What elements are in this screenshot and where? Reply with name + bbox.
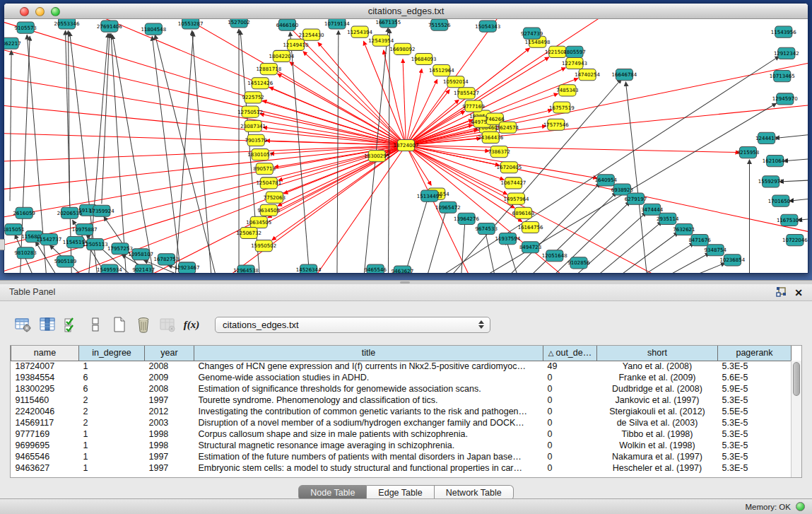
cell-short[interactable]: Jankovic et al. (1997): [597, 395, 718, 406]
cell-title[interactable]: Tourette syndrome. Phenomenology and cla…: [194, 395, 543, 406]
column-header-year[interactable]: year: [145, 346, 194, 361]
cell-pagerank[interactable]: 5.3E-5: [718, 428, 792, 440]
cell-year[interactable]: 2012: [145, 406, 194, 417]
cell-title[interactable]: Disruption of a novel member of a sodium…: [194, 417, 543, 428]
table-row[interactable]: 946362711997Embryonic stem cells: a mode…: [11, 462, 792, 474]
column-header-title[interactable]: title: [194, 346, 543, 361]
graph-node[interactable]: 21254430: [299, 29, 324, 40]
graph-node[interactable]: 16698092: [390, 43, 416, 54]
graph-node[interactable]: 1640954: [595, 175, 618, 186]
graph-node[interactable]: 15054343: [475, 21, 500, 32]
network-table-selector[interactable]: citations_edges.txt: [215, 317, 490, 333]
cell-name[interactable]: 18724007: [11, 361, 79, 372]
graph-node[interactable]: 12750512: [237, 106, 263, 117]
graph-node[interactable]: 10674427: [501, 177, 526, 189]
graph-node[interactable]: 23087341: [240, 120, 266, 132]
graph-node[interactable]: 1805597: [563, 46, 585, 57]
graph-node[interactable]: 17577546: [543, 119, 569, 130]
graph-node[interactable]: 16646784: [611, 69, 637, 81]
graph-node[interactable]: 8471676: [688, 235, 711, 246]
column-header-short[interactable]: short: [597, 346, 718, 361]
graph-node[interactable]: 9274739: [521, 28, 543, 39]
cell-name[interactable]: 9465546: [11, 451, 79, 462]
graph-node[interactable]: 12504781: [256, 177, 281, 189]
table-row[interactable]: 946554611997Estimation of the future num…: [11, 451, 792, 462]
graph-node[interactable]: 6279197: [625, 193, 647, 204]
cell-year[interactable]: 2009: [145, 372, 194, 383]
graph-node[interactable]: 9465546: [365, 264, 387, 273]
network-window-titlebar[interactable]: citations_edges.txt: [4, 4, 808, 19]
cell-title[interactable]: Estimation of the future numbers of pati…: [194, 451, 543, 462]
graph-node[interactable]: 10719134: [324, 19, 350, 29]
table-row[interactable]: 977716911998Corpus callosum shape and si…: [11, 428, 792, 440]
table-row[interactable]: 1830029562008Estimation of significance …: [11, 383, 792, 395]
cell-pagerank[interactable]: 5.3E-5: [718, 417, 792, 428]
graph-node[interactable]: 1527002: [228, 19, 249, 28]
graph-node[interactable]: 11254394: [347, 26, 372, 37]
cell-name[interactable]: 14569117: [11, 417, 79, 428]
graph-node[interactable]: 12051648: [542, 250, 567, 262]
graph-node[interactable]: 11804548: [141, 23, 166, 35]
cell-out_de[interactable]: 0: [543, 406, 597, 417]
graph-node[interactable]: 10236854: [719, 255, 745, 266]
cell-in_degree[interactable]: 1: [79, 440, 145, 451]
graph-node[interactable]: 3624574: [497, 122, 519, 133]
graph-node[interactable]: 10634505: [246, 216, 271, 228]
table-row[interactable]: 969969511998Structural magnetic resonanc…: [11, 440, 792, 451]
cell-in_degree[interactable]: 6: [79, 383, 145, 395]
cell-pagerank[interactable]: 5.3E-5: [718, 361, 792, 372]
network-canvas[interactable]: 2125443012149410180422041288171814512426…: [4, 19, 808, 273]
cell-short[interactable]: de Silva et al. (2003): [597, 417, 718, 428]
cell-short[interactable]: Hescheler et al. (1997): [597, 462, 718, 474]
graph-node[interactable]: 7903579: [245, 134, 267, 146]
graph-node[interactable]: 9777169: [462, 100, 484, 112]
cell-out_de[interactable]: 49: [543, 361, 597, 372]
cell-pagerank[interactable]: 5.9E-5: [718, 383, 792, 395]
cell-title[interactable]: Changes of HCN gene expression and I(f) …: [194, 361, 543, 372]
cell-short[interactable]: Dudbridge et al. (2008): [597, 383, 718, 395]
delete-table-icon[interactable]: [133, 315, 154, 334]
cell-out_de[interactable]: 0: [543, 395, 597, 406]
select-columns-icon[interactable]: [37, 315, 58, 334]
graph-node[interactable]: 8905713: [254, 163, 276, 175]
table-row[interactable]: 911546021997Tourette syndrome. Phenomeno…: [11, 395, 792, 406]
graph-node[interactable]: 14957964: [504, 193, 529, 204]
graph-node[interactable]: 20553346: [54, 19, 80, 29]
table-row[interactable]: 1456911722003Disruption of a novel membe…: [11, 417, 792, 428]
graph-node[interactable]: 9102856: [567, 257, 590, 269]
graph-node[interactable]: 8215958: [737, 147, 759, 158]
graph-node[interactable]: 10553287: [178, 19, 204, 29]
graph-node[interactable]: 5905189: [54, 256, 76, 267]
cell-year[interactable]: 1998: [145, 428, 194, 440]
graph-node[interactable]: 8494723: [519, 242, 541, 253]
graph-node[interactable]: 2935114: [657, 213, 679, 224]
graph-node[interactable]: 9674533: [476, 223, 498, 234]
float-panel-icon[interactable]: [775, 286, 788, 299]
cell-in_degree[interactable]: 6: [79, 372, 145, 383]
graph-node[interactable]: 10722046: [782, 235, 808, 246]
cell-short[interactable]: Wolkin et al. (1998): [597, 440, 718, 451]
cell-title[interactable]: Structural magnetic resonance image aver…: [194, 440, 543, 451]
cell-out_de[interactable]: 0: [543, 440, 597, 451]
graph-node[interactable]: 12964538: [233, 265, 259, 273]
cell-title[interactable]: Estimation of significance thresholds fo…: [194, 383, 543, 395]
select-all-icon[interactable]: [61, 315, 82, 334]
graph-node[interactable]: 7632621: [673, 223, 695, 235]
graph-node[interactable]: 9225752: [242, 92, 264, 103]
graph-node[interactable]: 16720405: [496, 162, 522, 173]
cell-title[interactable]: Embryonic stem cells: a model to study s…: [194, 462, 543, 474]
graph-node[interactable]: 9634505: [258, 204, 280, 216]
cell-name[interactable]: 9115460: [11, 395, 79, 406]
graph-node[interactable]: 12149410: [283, 39, 309, 50]
column-header-name[interactable]: name: [11, 346, 79, 361]
graph-node[interactable]: 12945970: [772, 93, 798, 105]
cell-year[interactable]: 1997: [145, 395, 194, 406]
node-table-grid[interactable]: namein_degreeyeartitle△out_de…shortpager…: [11, 346, 792, 474]
cell-pagerank[interactable]: 5.3E-5: [718, 462, 792, 474]
graph-node[interactable]: 9463627: [392, 266, 413, 273]
cell-in_degree[interactable]: 2: [79, 406, 145, 417]
cell-pagerank[interactable]: 5.3E-5: [718, 440, 792, 451]
cell-title[interactable]: Genome-wide association studies in ADHD.: [194, 372, 543, 383]
function-builder-icon[interactable]: f(x): [181, 315, 202, 334]
graph-node[interactable]: 14740254: [575, 69, 600, 81]
